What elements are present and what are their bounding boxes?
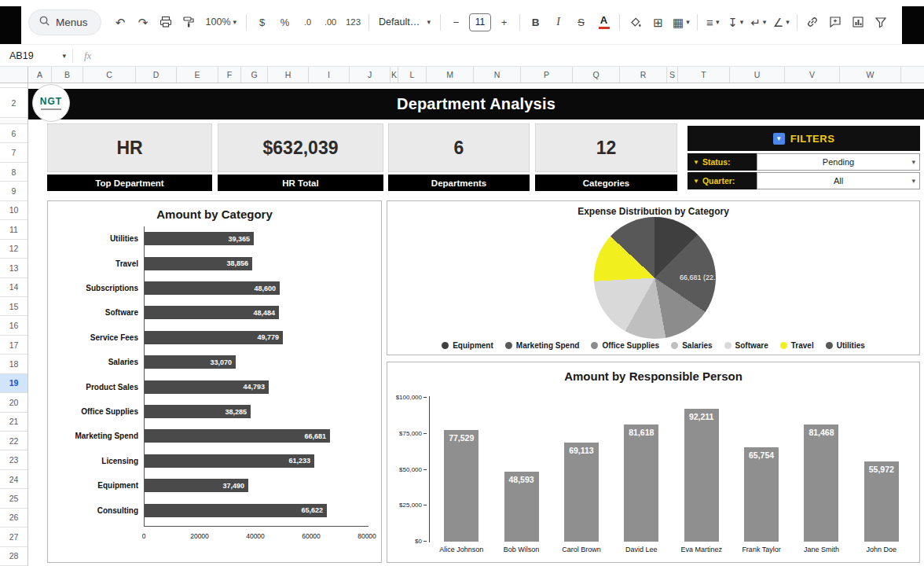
- bold-button[interactable]: B: [525, 11, 546, 33]
- filters-panel: ▼ FILTERS ▼Status:Pending▾▼Quarter:All▾: [688, 126, 920, 190]
- y-axis-tick-mark: [424, 505, 427, 505]
- column-header-K[interactable]: K: [390, 67, 398, 83]
- row-header-19[interactable]: 19: [0, 374, 28, 393]
- column-slot: 48,593: [491, 398, 551, 542]
- row-header-8[interactable]: 8: [0, 163, 28, 182]
- row-header-21[interactable]: 21: [0, 413, 28, 432]
- row-header-22[interactable]: 22: [0, 432, 28, 450]
- decrease-decimal-button[interactable]: .0: [297, 11, 318, 33]
- column-header-V[interactable]: V: [785, 67, 840, 83]
- column-header-W[interactable]: W: [840, 67, 901, 83]
- column-header-Q[interactable]: Q: [573, 67, 620, 83]
- cell-name-box[interactable]: AB19 ▾: [0, 45, 72, 66]
- kpi-label: Categories: [535, 175, 677, 191]
- horizontal-align-button[interactable]: ≡▾: [702, 11, 724, 33]
- column-header-I[interactable]: I: [309, 67, 350, 83]
- fill-color-button[interactable]: [625, 11, 646, 33]
- legend-swatch: [442, 342, 449, 349]
- row-header-25[interactable]: 25: [0, 489, 28, 508]
- formula-input[interactable]: [102, 45, 924, 66]
- spreadsheet-grid[interactable]: Department Analysis NGT HRTop Department…: [28, 83, 924, 566]
- logo-subtext-line: [41, 108, 61, 110]
- row-header-12[interactable]: 12: [0, 240, 28, 259]
- column-header-M[interactable]: M: [427, 67, 474, 83]
- row-header-13[interactable]: 13: [0, 259, 28, 277]
- insert-link-button[interactable]: [802, 11, 823, 33]
- kpi-value: 6: [388, 123, 530, 172]
- decrease-font-size-button[interactable]: −: [446, 11, 467, 33]
- increase-font-size-button[interactable]: +: [493, 11, 515, 33]
- column-header-C[interactable]: C: [83, 67, 136, 83]
- row-header-7[interactable]: 7: [0, 143, 28, 162]
- column-header-U[interactable]: U: [730, 67, 785, 83]
- row-header-18[interactable]: 18: [0, 355, 28, 373]
- row-header-9[interactable]: 9: [0, 182, 28, 200]
- insert-chart-button[interactable]: [848, 11, 869, 33]
- row-header-28[interactable]: 28: [0, 547, 28, 566]
- row-header-14[interactable]: 14: [0, 278, 28, 297]
- row-header-16[interactable]: 16: [0, 316, 28, 335]
- column-header-T[interactable]: T: [678, 67, 730, 83]
- paint-format-button[interactable]: [178, 11, 200, 33]
- font-family-selector[interactable]: Default…▾: [374, 11, 435, 33]
- row-header-10[interactable]: 10: [0, 201, 28, 220]
- format-percent-button[interactable]: %: [274, 11, 295, 33]
- x-axis-tick-label: 40000: [246, 532, 265, 540]
- text-rotation-icon: ∠: [773, 17, 783, 28]
- row-header-2[interactable]: 2: [0, 88, 28, 118]
- column-header-A[interactable]: A: [28, 67, 52, 83]
- zoom-control[interactable]: 100%▾: [201, 11, 242, 33]
- row-header-6[interactable]: 6: [0, 124, 28, 143]
- redo-button[interactable]: ↷: [133, 11, 154, 33]
- column-header-D[interactable]: D: [136, 67, 177, 83]
- column-header-P[interactable]: P: [521, 67, 573, 83]
- column-header-E[interactable]: E: [177, 67, 218, 83]
- column-header-F[interactable]: F: [218, 67, 241, 83]
- create-filter-button[interactable]: [871, 11, 892, 33]
- strikethrough-button[interactable]: S: [570, 11, 592, 33]
- format-currency-button[interactable]: $: [251, 11, 273, 33]
- y-axis-line: [144, 226, 145, 526]
- add-comment-button[interactable]: [825, 11, 846, 33]
- row-header-24[interactable]: 24: [0, 470, 28, 489]
- expense-distribution-chart[interactable]: Expense Distribution by Category 66,681 …: [387, 200, 920, 355]
- undo-button[interactable]: ↶: [110, 11, 131, 33]
- amount-by-category-chart[interactable]: Amount by Category Utilities39,365Travel…: [47, 200, 382, 563]
- vertical-align-button[interactable]: ↧▾: [725, 11, 746, 33]
- borders-button[interactable]: ⊞: [647, 11, 669, 33]
- row-header-17[interactable]: 17: [0, 336, 28, 355]
- column-header-L[interactable]: L: [398, 67, 427, 83]
- menus-button[interactable]: Menus: [28, 9, 101, 35]
- amount-by-responsible-person-chart[interactable]: Amount by Responsible Person $0$25,000$5…: [387, 362, 920, 563]
- filter-value-dropdown[interactable]: Pending▾: [757, 153, 920, 171]
- row-header-15[interactable]: 15: [0, 297, 28, 316]
- row-header-hidden[interactable]: [0, 118, 28, 124]
- more-formats-button[interactable]: 123: [343, 11, 364, 33]
- column-header-R[interactable]: R: [620, 67, 667, 83]
- print-button[interactable]: [156, 11, 177, 33]
- toolbar-pill: Menus ↶ ↷ 100%▾ $ % .0 .00 123 Default…▾…: [28, 6, 924, 38]
- select-all-corner[interactable]: [0, 67, 28, 83]
- increase-decimal-button[interactable]: .00: [320, 11, 341, 33]
- row-header-26[interactable]: 26: [0, 509, 28, 527]
- text-wrap-button[interactable]: ↵▾: [748, 11, 769, 33]
- merge-cells-button[interactable]: ▦▾: [670, 11, 692, 33]
- text-rotation-button[interactable]: ∠▾: [771, 11, 792, 33]
- column-header-H[interactable]: H: [268, 67, 309, 83]
- text-color-button[interactable]: A: [593, 11, 614, 33]
- italic-button[interactable]: I: [548, 11, 569, 33]
- column-header-S[interactable]: S: [667, 67, 678, 83]
- row-header-20[interactable]: 20: [0, 393, 28, 412]
- row-header-23[interactable]: 23: [0, 450, 28, 469]
- column-category-label: Jane Smith: [791, 546, 851, 553]
- column-header-J[interactable]: J: [350, 67, 390, 83]
- font-size-input[interactable]: 11: [469, 13, 491, 31]
- column-header-N[interactable]: N: [474, 67, 521, 83]
- kpi-card-categories: 12Categories: [535, 123, 677, 191]
- column-header-G[interactable]: G: [241, 67, 268, 83]
- row-header-11[interactable]: 11: [0, 220, 28, 239]
- bar-track: 33,070: [144, 355, 367, 369]
- column-header-B[interactable]: B: [52, 67, 83, 83]
- filter-value-dropdown[interactable]: All▾: [757, 172, 920, 189]
- row-header-27[interactable]: 27: [0, 527, 28, 546]
